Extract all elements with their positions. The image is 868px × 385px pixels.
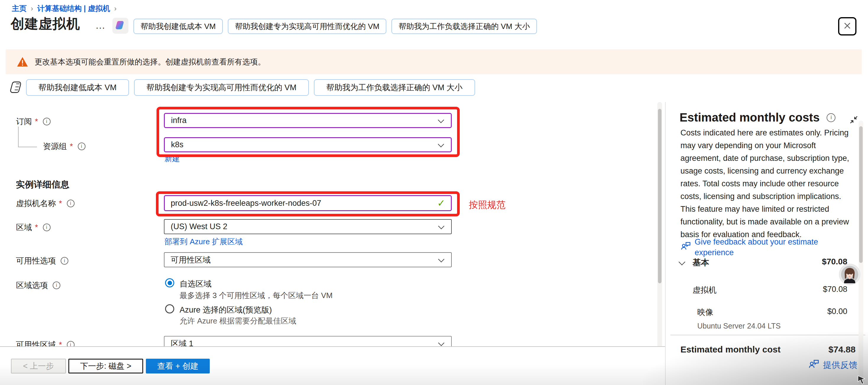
close-button[interactable] [838, 17, 857, 35]
vm-name-input[interactable] [164, 195, 452, 211]
warning-banner-text: 更改基本选项可能会重置所做的选择。创建虚拟机前查看所有选项。 [35, 57, 266, 67]
estimate-feedback-link[interactable]: Give feedback about your estimate experi… [680, 236, 846, 258]
feedback-icon [808, 358, 819, 372]
info-icon[interactable] [43, 224, 51, 231]
suggestion-low-cost-vm[interactable]: 帮助我创建低成本 VM [26, 79, 129, 96]
valid-check-icon: ✓ [437, 197, 445, 209]
cost-total-divider [671, 335, 865, 335]
suggestion-low-cost-vm[interactable]: 帮助我创建低成本 VM [133, 19, 223, 34]
panel-scrollbar-thumb[interactable] [859, 126, 863, 263]
breadcrumb-home[interactable]: 主页 [12, 4, 27, 13]
cost-total-label: Estimated monthly cost [680, 345, 780, 355]
vm-name-label: 虚拟机名称* [16, 198, 74, 209]
subscription-label: 订阅* [16, 116, 51, 127]
next-disks-button[interactable]: 下一步: 磁盘 > [68, 359, 143, 374]
copilot-suggestions-inline: 帮助我创建低成本 VM 帮助我创建专为实现高可用性而优化的 VM 帮助我为工作负… [26, 79, 475, 96]
resource-group-label: 资源组* [43, 141, 86, 152]
breadcrumb: 主页 › 计算基础结构 | 虚拟机 › [12, 4, 117, 13]
copilot-outline-icon [10, 81, 23, 94]
info-icon[interactable] [78, 142, 86, 150]
create-new-resource-group-link[interactable]: 新建 [164, 154, 180, 164]
close-icon [843, 21, 852, 31]
cost-item-vm-value: $70.08 [823, 285, 847, 294]
mouse-cursor [857, 375, 867, 385]
suggestion-high-availability-vm[interactable]: 帮助我创建专为实现高可用性而优化的 VM [228, 19, 386, 34]
chevron-down-icon [438, 340, 444, 346]
breadcrumb-separator: › [114, 4, 117, 13]
main-scrollbar[interactable] [657, 102, 662, 385]
chevron-down-icon [438, 117, 444, 123]
cost-group-basic-value: $70.08 [822, 257, 847, 266]
resource-group-dropdown[interactable]: k8s [164, 137, 452, 152]
give-feedback-link[interactable]: 提供反馈 [808, 358, 857, 372]
panel-divider [665, 102, 665, 385]
feedback-icon [680, 241, 691, 251]
radio-self-selected-zones[interactable] [165, 278, 174, 287]
copilot-suggestions-top: 帮助我创建低成本 VM 帮助我创建专为实现高可用性而优化的 VM 帮助我为工作负… [133, 19, 537, 34]
info-icon[interactable] [43, 118, 51, 125]
suggestion-high-availability-vm[interactable]: 帮助我创建专为实现高可用性而优化的 VM [134, 79, 309, 96]
collapse-panel-icon[interactable] [849, 115, 859, 125]
required-asterisk: * [70, 142, 73, 151]
radio-azure-selected-zones-desc: 允许 Azure 根据需要分配最佳区域 [180, 316, 296, 326]
suggestion-right-vm-size[interactable]: 帮助我为工作负载选择正确的 VM 大小 [392, 19, 537, 34]
region-label: 区域* [16, 222, 51, 233]
warning-icon [17, 57, 28, 67]
chevron-down-icon [438, 223, 444, 229]
chevron-down-icon [438, 141, 444, 147]
cost-total-value: $74.88 [828, 345, 856, 355]
zone-options-label: 区域选项 [16, 280, 60, 291]
wizard-footer: < 上一步 下一步: 磁盘 > 查看 + 创建 [0, 346, 665, 385]
required-asterisk: * [59, 199, 62, 208]
cost-item-image-label: 映像 [697, 307, 713, 318]
copilot-badge-button[interactable] [113, 18, 128, 34]
availability-options-label: 可用性选项 [16, 255, 68, 266]
info-icon[interactable] [67, 200, 74, 207]
instance-details-section-header: 实例详细信息 [16, 179, 69, 191]
more-menu-button[interactable]: … [95, 20, 106, 31]
cost-panel-title: Estimated monthly costs [680, 111, 819, 124]
cost-item-image-value: $0.00 [827, 307, 847, 316]
copilot-icon [115, 20, 126, 32]
cost-item-vm-label: 虚拟机 [692, 285, 716, 295]
required-asterisk: * [35, 223, 38, 232]
previous-button[interactable]: < 上一步 [11, 359, 66, 374]
presenter-avatar[interactable] [839, 264, 860, 285]
radio-self-selected-zones-label: 自选区域 [180, 279, 212, 289]
radio-self-selected-zones-desc: 最多选择 3 个可用性区域，每个区域一台 VM [180, 290, 333, 301]
cost-disclaimer-text: Costs indicated here are estimates only.… [680, 127, 858, 241]
region-dropdown[interactable]: (US) West US 2 [164, 219, 452, 234]
availability-options-dropdown[interactable]: 可用性区域 [164, 252, 452, 267]
info-icon[interactable] [827, 113, 835, 122]
cost-group-basic-label: 基本 [692, 257, 709, 268]
breadcrumb-separator: › [31, 4, 33, 13]
page-title: 创建虚拟机 [11, 15, 80, 33]
chevron-down-icon[interactable] [679, 259, 685, 265]
review-create-button[interactable]: 查看 + 创建 [146, 359, 210, 374]
panel-scrollbar[interactable] [859, 121, 863, 385]
breadcrumb-virtual-machines[interactable]: 计算基础结构 | 虚拟机 [37, 4, 110, 13]
annotation-text-naming-convention: 按照规范 [469, 199, 505, 211]
main-scrollbar-thumb[interactable] [658, 109, 661, 283]
chevron-down-icon [438, 256, 444, 262]
radio-azure-selected-zones[interactable] [165, 304, 174, 314]
warning-banner: 更改基本选项可能会重置所做的选择。创建虚拟机前查看所有选项。 [6, 50, 862, 74]
subscription-dropdown[interactable]: infra [164, 113, 452, 128]
tree-connector-line [18, 127, 37, 147]
info-icon[interactable] [61, 257, 68, 265]
suggestion-right-vm-size[interactable]: 帮助我为工作负载选择正确的 VM 大小 [314, 79, 475, 96]
deploy-edge-zone-link[interactable]: 部署到 Azure 扩展区域 [164, 236, 243, 247]
cost-item-image-sub: Ubuntu Server 24.04 LTS [697, 322, 781, 330]
info-icon[interactable] [53, 282, 60, 289]
required-asterisk: * [35, 117, 38, 126]
radio-azure-selected-zones-label: Azure 选择的区域(预览版) [180, 304, 272, 315]
